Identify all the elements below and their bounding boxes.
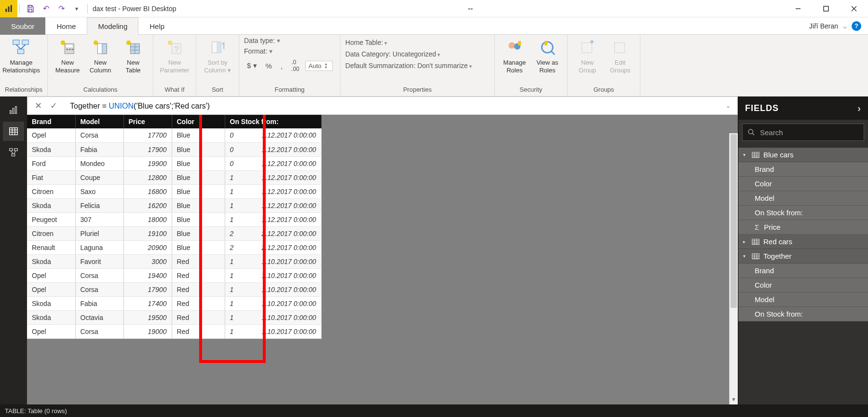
new-measure-button[interactable]: New Measure (53, 37, 82, 74)
svg-rect-46 (10, 128, 18, 135)
svg-rect-32 (217, 42, 221, 53)
column-header[interactable]: Model (75, 115, 123, 128)
collapse-pane-icon[interactable]: › (857, 103, 861, 114)
new-column-button[interactable]: New Column (85, 37, 115, 74)
fields-pane: FIELDS › Search ▾Blue carsBrandColorMode… (738, 97, 868, 404)
decimal-places-input[interactable]: Auto▲▼ (305, 61, 333, 71)
table-row[interactable]: SkodaFabia17400Red1 1.10.2017 0:00:00 (27, 296, 321, 310)
resize-horizontal-icon: ↔ (467, 4, 475, 13)
view-as-roles-button[interactable]: View as Roles (532, 37, 562, 74)
app-logo (0, 0, 17, 17)
field-table[interactable]: ▸Red cars (738, 235, 868, 249)
percent-button[interactable]: % (263, 61, 275, 71)
default-summarization-dropdown[interactable]: Default Summarization: Don't summarize (345, 62, 472, 70)
svg-rect-10 (22, 40, 28, 45)
field-column[interactable]: Brand (738, 264, 868, 278)
field-table[interactable]: ▾Together (738, 249, 868, 264)
model-view-button[interactable] (3, 143, 24, 162)
new-parameter-button[interactable]: ? New Parameter (158, 37, 191, 74)
vertical-scrollbar[interactable]: ▲ ▼ (729, 133, 738, 404)
home-table-dropdown[interactable]: Home Table: (345, 39, 387, 46)
tab-modeling[interactable]: Modeling (87, 17, 138, 35)
field-column[interactable]: Color (738, 278, 868, 292)
table-row[interactable]: RenaultLaguna20900Blue2 2.12.2017 0:00:0… (27, 240, 321, 254)
column-header[interactable]: Brand (27, 115, 75, 128)
table-row[interactable]: OpelCorsa17900Red1 1.10.2017 0:00:00 (27, 282, 321, 296)
field-table[interactable]: ▾Blue cars (738, 148, 868, 162)
svg-rect-45 (15, 107, 17, 114)
fields-search-input[interactable]: Search (742, 124, 864, 141)
thousands-button[interactable]: , (278, 61, 285, 71)
minimize-button[interactable] (784, 0, 812, 17)
edit-groups-button[interactable]: Edit Groups (605, 37, 635, 74)
svg-rect-16 (66, 45, 72, 47)
table-row[interactable]: SkodaFavorit3000Red1 1.10.2017 0:00:00 (27, 254, 321, 268)
field-column[interactable]: Model (738, 292, 868, 307)
svg-rect-0 (5, 9, 7, 12)
new-table-button[interactable]: New Table (118, 37, 148, 74)
data-view-button[interactable] (3, 122, 24, 141)
column-header[interactable]: On Stock from: (225, 115, 321, 128)
column-header[interactable]: Price (123, 115, 172, 128)
field-column[interactable]: Brand (738, 162, 868, 177)
manage-roles-button[interactable]: Manage Roles (500, 37, 529, 74)
format-dropdown[interactable]: Format: (244, 47, 272, 55)
status-text: TABLE: Table (0 rows) (5, 407, 67, 415)
table-row[interactable]: SkodaOctavia19500Red1 1.10.2017 0:00:00 (27, 310, 321, 324)
table-row[interactable]: Peugeot30718000Blue1 1.12.2017 0:00:00 (27, 212, 321, 226)
formula-input[interactable]: Together = UNION('Blue cars';'Red cars') (62, 101, 721, 111)
column-header[interactable]: Color (172, 115, 225, 128)
save-icon[interactable] (24, 2, 37, 15)
formula-bar: ✕ ✓ Together = UNION('Blue cars';'Red ca… (27, 97, 738, 115)
sort-by-column-button[interactable]: Sort by Column ▾ (201, 37, 234, 74)
svg-point-14 (61, 41, 66, 45)
undo-icon[interactable]: ↶ (39, 2, 53, 15)
field-column[interactable]: Model (738, 191, 868, 206)
tab-home[interactable]: Home (45, 17, 87, 35)
redo-icon[interactable]: ↷ (54, 2, 68, 15)
expand-formula-icon[interactable]: ⌄ (723, 102, 733, 109)
svg-point-56 (748, 129, 753, 134)
table-row[interactable]: OpelCorsa19400Red1 1.10.2017 0:00:00 (27, 268, 321, 282)
maximize-button[interactable] (812, 0, 840, 17)
table-row[interactable]: FordMondeo19900Blue0 1.12.2017 0:00:00 (27, 156, 321, 170)
svg-line-37 (551, 51, 555, 55)
qat-dropdown-icon[interactable]: ▾ (70, 2, 83, 15)
table-row[interactable]: OpelCorsa19000Red1 1.10.2017 0:00:00 (27, 324, 321, 338)
field-column[interactable]: On Stock from: (738, 307, 868, 321)
user-dropdown-icon[interactable]: ⌵ (843, 22, 847, 30)
table-row[interactable]: CitroenSaxo16800Blue1 1.12.2017 0:00:00 (27, 184, 321, 198)
status-bar: TABLE: Table (0 rows) (0, 404, 868, 417)
svg-rect-43 (10, 111, 12, 113)
svg-rect-2 (11, 5, 12, 12)
currency-button[interactable]: $ ▾ (244, 60, 260, 71)
ribbon-tabs: Soubor Home Modeling Help Jiří Beran ⌵ ? (0, 17, 868, 35)
data-type-dropdown[interactable]: Data type: (244, 37, 280, 44)
data-category-dropdown[interactable]: Data Category: Uncategorized (345, 50, 440, 58)
close-button[interactable] (840, 0, 868, 17)
commit-formula-button[interactable]: ✓ (47, 99, 60, 112)
data-grid[interactable]: BrandModelPriceColorOn Stock from:OpelCo… (27, 115, 738, 404)
svg-line-55 (14, 151, 16, 153)
cancel-formula-button[interactable]: ✕ (31, 99, 45, 112)
svg-text:?: ? (174, 45, 179, 54)
help-icon[interactable]: ? (852, 21, 861, 31)
tab-help[interactable]: Help (138, 17, 176, 35)
user-name[interactable]: Jiří Beran (809, 22, 838, 30)
table-row[interactable]: SkodaFabia17900Blue0 1.12.2017 0:00:00 (27, 142, 321, 156)
manage-relationships-button[interactable]: Manage Relationships (5, 37, 38, 74)
table-row[interactable]: SkodaFelicia16200Blue1 1.12.2017 0:00:00 (27, 198, 321, 212)
new-group-button[interactable]: New Group (572, 37, 602, 74)
fields-title: FIELDS (745, 103, 779, 113)
table-row[interactable]: OpelCorsa17700Blue0 1.12.2017 0:00:00 (27, 128, 321, 142)
field-column[interactable]: On Stock from: (738, 206, 868, 220)
field-column[interactable]: Price (738, 220, 868, 235)
table-row[interactable]: CitroenPluriel19100Blue2 2.12.2017 0:00:… (27, 226, 321, 240)
field-column[interactable]: Color (738, 177, 868, 191)
svg-rect-3 (29, 5, 32, 7)
svg-rect-6 (824, 6, 828, 11)
report-view-button[interactable] (3, 100, 24, 120)
svg-rect-17 (66, 49, 68, 50)
tab-file[interactable]: Soubor (0, 17, 45, 35)
table-row[interactable]: FiatCoupe12800Blue1 1.12.2017 0:00:00 (27, 170, 321, 184)
